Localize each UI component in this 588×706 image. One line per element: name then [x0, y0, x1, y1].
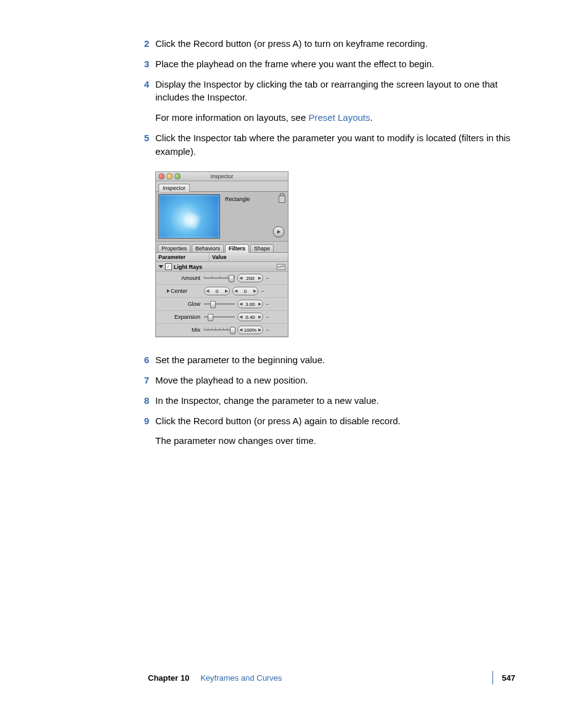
step-text-7: Move the playhead to a new position.: [155, 374, 517, 387]
inspector-panel: Inspector Inspector Rectangle Properties…: [155, 171, 288, 337]
inspector-titlebar: Inspector: [156, 172, 288, 181]
param-glow-menu[interactable]: –: [266, 301, 269, 307]
param-glow-slider[interactable]: [204, 301, 235, 307]
param-amount-slider[interactable]: [204, 275, 235, 281]
keyframe-curve-icon[interactable]: [277, 264, 285, 270]
step-text-9: Click the Record button (or press A) aga…: [155, 414, 517, 428]
inspector-preview-thumbnail: [158, 194, 220, 239]
light-rays-checkbox[interactable]: [165, 263, 172, 270]
step-number-5: 5: [136, 131, 155, 158]
step-4-extra-b: .: [370, 112, 373, 123]
param-amount-menu[interactable]: –: [266, 275, 269, 281]
filter-group-name: Light Rays: [174, 264, 202, 270]
step-number-8: 8: [136, 394, 155, 408]
preset-layouts-link[interactable]: Preset Layouts: [308, 112, 370, 123]
step-number-7: 7: [136, 374, 155, 387]
step-text-8: In the Inspector, change the parameter t…: [155, 394, 517, 408]
step-9-extra: The parameter now changes over time.: [155, 434, 517, 448]
step-number-6: 6: [136, 353, 155, 367]
param-center-x-field[interactable]: ◀0▶: [204, 287, 230, 295]
param-amount-field[interactable]: ◀200▶: [237, 274, 263, 282]
param-expansion-field[interactable]: ◀0.40▶: [237, 313, 263, 321]
chapter-label: Chapter 10: [148, 673, 189, 683]
param-glow-label: Glow: [158, 301, 204, 307]
step-4-extra: For more information on layouts, see Pre…: [155, 111, 517, 125]
step-text-5: Click the Inspector tab where the parame…: [155, 131, 517, 158]
param-center-y-field[interactable]: ◀0▶: [232, 287, 258, 295]
window-close-button[interactable]: [158, 173, 165, 179]
column-header-value: Value: [210, 253, 288, 261]
inspector-object-name: Rectangle: [225, 196, 250, 202]
param-expansion-label: Expansion: [158, 314, 204, 320]
param-expansion-slider[interactable]: [204, 314, 235, 320]
param-center-menu[interactable]: –: [261, 288, 264, 294]
tab-shape[interactable]: Shape: [250, 244, 274, 253]
window-minimize-button[interactable]: [166, 173, 173, 179]
step-text-6: Set the parameter to the beginning value…: [155, 353, 517, 367]
step-number-4: 4: [136, 78, 155, 105]
column-header-parameter: Parameter: [156, 253, 210, 261]
param-expansion-menu[interactable]: –: [266, 314, 269, 320]
param-mix-slider[interactable]: [204, 327, 235, 333]
step-text-2: Click the Record button (or press A) to …: [155, 37, 517, 51]
param-amount-label: Amount: [158, 275, 204, 281]
step-number-9: 9: [136, 414, 155, 428]
param-mix-field[interactable]: ◀100%▶: [237, 326, 263, 334]
disclosure-triangle-icon[interactable]: [158, 265, 163, 268]
chapter-title: Keyframes and Curves: [200, 673, 484, 683]
tab-filters[interactable]: Filters: [225, 244, 249, 253]
step-4-extra-a: For more information on layouts, see: [155, 112, 308, 123]
window-zoom-button[interactable]: [174, 173, 181, 179]
step-number-3: 3: [136, 57, 155, 71]
param-mix-label: Mix: [158, 327, 204, 333]
footer-divider: [492, 671, 493, 684]
param-glow-field[interactable]: ◀3.00▶: [237, 300, 263, 308]
disclosure-triangle-icon[interactable]: [167, 289, 169, 293]
lock-icon[interactable]: [279, 195, 285, 203]
page-footer: Chapter 10 Keyframes and Curves 547: [0, 671, 588, 684]
tab-properties[interactable]: Properties: [158, 244, 190, 253]
step-text-4: Display the Inspector by clicking the ta…: [155, 78, 517, 105]
step-number-2: 2: [136, 37, 155, 51]
inspector-tab[interactable]: Inspector: [158, 184, 190, 192]
tab-behaviors[interactable]: Behaviors: [192, 244, 224, 253]
param-mix-menu[interactable]: –: [266, 327, 269, 333]
page-number: 547: [502, 673, 515, 683]
param-center-label: Center: [158, 288, 204, 294]
play-preview-button[interactable]: [273, 226, 284, 237]
step-text-3: Place the playhead on the frame where yo…: [155, 57, 517, 71]
